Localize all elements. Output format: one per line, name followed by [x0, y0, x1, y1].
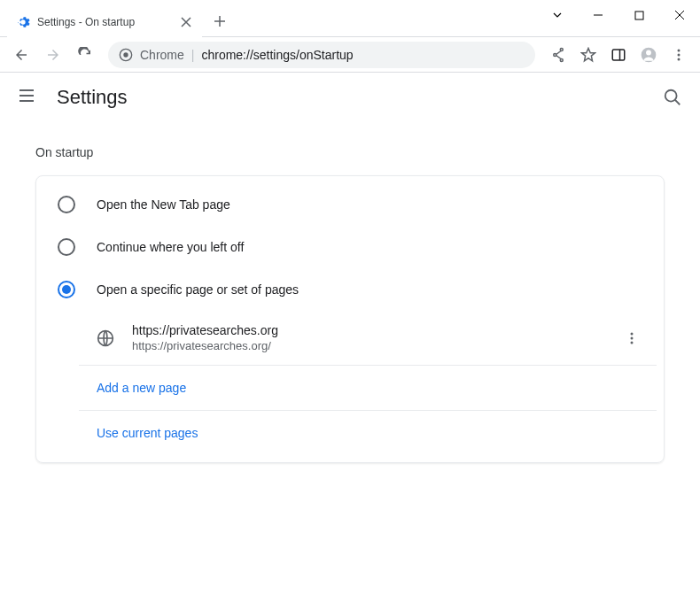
settings-header: Settings	[0, 73, 700, 122]
profile-icon[interactable]	[634, 41, 663, 69]
chrome-icon	[119, 48, 133, 62]
svg-point-7	[678, 53, 681, 56]
browser-tab[interactable]: Settings - On startup	[7, 7, 202, 37]
svg-point-13	[631, 341, 634, 344]
radio-option-continue[interactable]: Continue where you left off	[36, 226, 664, 268]
radio-icon	[58, 281, 75, 298]
hamburger-icon[interactable]	[18, 87, 39, 108]
omnibox-divider: |	[191, 48, 195, 62]
svg-point-11	[631, 332, 634, 335]
reload-button[interactable]	[71, 41, 99, 69]
page-entry-title: https://privatesearches.org	[132, 323, 621, 337]
svg-point-8	[678, 58, 681, 60]
startup-pages-sub: https://privatesearches.org https://priv…	[79, 311, 657, 455]
maximize-button[interactable]	[618, 0, 659, 30]
svg-point-5	[646, 50, 651, 55]
startup-card: Open the New Tab page Continue where you…	[35, 175, 665, 463]
sidepanel-icon[interactable]	[604, 41, 633, 69]
radio-option-specific[interactable]: Open a specific page or set of pages	[36, 268, 664, 311]
close-tab-icon[interactable]	[179, 15, 193, 29]
close-window-button[interactable]	[659, 0, 700, 30]
svg-point-12	[631, 336, 634, 339]
svg-point-9	[665, 90, 677, 102]
radio-icon	[58, 196, 75, 213]
use-current-row: Use current pages	[79, 411, 657, 455]
section-title: On startup	[35, 145, 665, 159]
search-icon[interactable]	[663, 88, 682, 107]
svg-rect-3	[612, 50, 625, 60]
window-titlebar: Settings - On startup	[0, 0, 700, 37]
kebab-icon[interactable]	[621, 328, 642, 349]
radio-label: Open the New Tab page	[97, 197, 230, 212]
radio-label: Continue where you left off	[97, 240, 244, 254]
menu-icon[interactable]	[665, 41, 693, 69]
radio-label: Open a specific page or set of pages	[97, 282, 299, 297]
page-entry-url: https://privatesearches.org/	[132, 339, 621, 352]
svg-point-6	[678, 49, 681, 51]
forward-button[interactable]	[39, 41, 67, 69]
address-bar[interactable]: Chrome | chrome://settings/onStartup	[108, 42, 535, 68]
browser-toolbar: Chrome | chrome://settings/onStartup	[0, 37, 700, 73]
svg-rect-0	[635, 12, 643, 19]
new-tab-button[interactable]	[207, 9, 232, 34]
tab-title: Settings - On startup	[37, 16, 179, 28]
window-dropdown-icon[interactable]	[537, 0, 578, 30]
share-icon[interactable]	[544, 41, 572, 69]
radio-option-newtab[interactable]: Open the New Tab page	[36, 183, 664, 226]
page-title: Settings	[57, 86, 663, 109]
radio-icon	[58, 238, 75, 256]
omnibox-prefix: Chrome	[140, 48, 184, 62]
add-page-link[interactable]: Add a new page	[97, 381, 186, 395]
back-button[interactable]	[7, 41, 35, 69]
startup-page-row: https://privatesearches.org https://priv…	[79, 311, 657, 366]
omnibox-url: chrome://settings/onStartup	[201, 48, 353, 62]
bookmark-icon[interactable]	[574, 41, 603, 69]
add-page-row: Add a new page	[79, 366, 657, 411]
gear-icon	[16, 15, 30, 29]
settings-content: On startup Open the New Tab page Continu…	[0, 122, 700, 470]
svg-point-2	[123, 52, 128, 57]
minimize-button[interactable]	[578, 0, 618, 30]
window-controls	[537, 0, 700, 30]
globe-icon	[97, 329, 114, 347]
use-current-link[interactable]: Use current pages	[97, 426, 198, 440]
